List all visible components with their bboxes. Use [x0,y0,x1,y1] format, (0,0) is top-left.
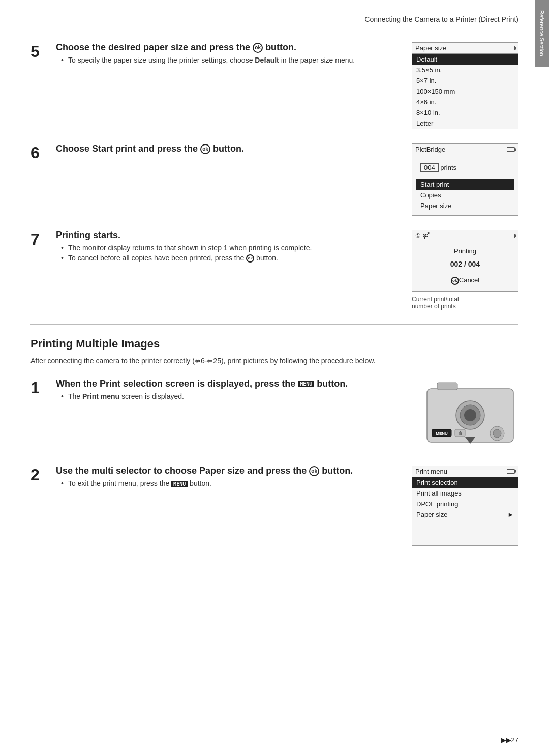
pm-step-2-content: 2 Use the multi selector to choose Paper… [30,466,400,489]
printing-label: Printing [416,247,514,255]
ok-button-icon-5: ok [253,43,263,53]
pictbridge-screen-title: PictBridge [415,146,445,153]
pictbridge-screen: PictBridge 004 prints Start print Copies… [412,143,518,216]
pm-step-1-bullet-1: The Print menu screen is displayed. [61,392,348,400]
section-5-number: 5 [30,43,51,60]
pm-step-1-content: 1 When the Print selection screen is dis… [30,379,410,402]
pictbridge-paper-size: Paper size [416,200,514,211]
section-7-number: 7 [30,231,51,247]
svg-text:🗑: 🗑 [458,431,463,436]
printing-progress-body: Printing 002 / 004 okCancel [412,241,518,291]
pm-step-2-bullet-1: To exit the print menu, press the MENU b… [61,479,353,487]
print-counter-note: Current print/totalnumber of prints [412,296,459,310]
section-5-content: 5 Choose the desired paper size and pres… [30,42,400,66]
print-menu-dpof: DPOF printing [412,499,518,509]
reference-section-tab: Reference Section [535,0,549,67]
battery-icon-5 [507,46,515,50]
pm-step-2-bullets: To exit the print menu, press the MENU b… [56,479,353,487]
svg-point-3 [464,409,476,421]
camera-diagram-svg: MENU 🗑 [422,379,518,450]
sidebar-label: Reference Section [539,10,545,56]
pm-step-1: 1 When the Print selection screen is dis… [30,379,518,451]
cancel-display: okCancel [416,276,514,285]
print-menu-screen-title: Print menu [415,468,447,475]
pictbridge-prints: 004 prints [416,159,514,175]
battery-icon-pm2 [507,469,515,474]
pm-step-2: 2 Use the multi selector to choose Paper… [30,466,518,546]
pm-step-2-number: 2 [30,467,51,483]
section-5-bullet-1: To specify the paper size using the prin… [61,56,355,64]
printing-progress-screen: ① ⚤ Printing 002 / 004 okCancel [412,230,518,292]
print-menu-screen: Print menu Print selection Print all ima… [412,466,518,546]
paper-size-3x5: 3.5×5 in. [412,65,518,75]
page-footer: ▶▶27 [501,736,518,744]
paper-size-screen: Paper size Default 3.5×5 in. 5×7 in. 100… [412,42,518,129]
section-7: 7 Printing starts. The monitor display r… [30,230,518,310]
section-5: 5 Choose the desired paper size and pres… [30,42,518,129]
pm-step-2-title: Use the multi selector to choose Paper s… [56,466,353,476]
print-progress-counter: 002 / 004 [446,259,484,269]
section-6-number: 6 [30,144,51,161]
section-7-bullet-1: The monitor display returns to that show… [61,244,312,252]
printing-icons: ① ⚤ [415,232,430,239]
paper-size-screen-title: Paper size [415,44,446,52]
battery-icon-7 [507,234,515,238]
svg-point-11 [493,429,501,438]
pm-step-1-number: 1 [30,380,51,396]
paper-size-4x6: 4×6 in. [412,97,518,107]
page-header: Connecting the Camera to a Printer (Dire… [30,15,518,30]
paper-size-default: Default [412,54,518,65]
camera-diagram-container: MENU 🗑 [422,379,518,451]
section-7-title: Printing starts. [56,230,312,241]
printing-progress-header: ① ⚤ [412,230,518,241]
ok-cancel-icon: ok [451,277,459,285]
ok-button-icon-7: ok [246,254,254,263]
paper-size-title-bar: Paper size [412,43,518,54]
paper-size-letter: Letter [412,118,518,129]
print-menu-paper-size: Paper size ► [412,509,518,520]
svg-rect-4 [437,383,458,390]
ok-button-icon-6: ok [200,144,210,154]
section-6-content: 6 Choose Start print and press the ok bu… [30,143,400,161]
svg-text:MENU: MENU [436,431,448,436]
print-menu-paper-size-arrow: ► [507,511,514,518]
pm-step-1-title: When the Print selection screen is displ… [56,379,348,389]
print-menu-print-all: Print all images [412,488,518,499]
section-7-content: 7 Printing starts. The monitor display r… [30,230,400,265]
print-menu-paper-size-label: Paper size [416,511,447,518]
pictbridge-start-print: Start print [416,179,514,190]
pm-step-1-bullets: The Print menu screen is displayed. [56,392,348,400]
ok-button-icon-pm2: ok [309,466,319,476]
paper-size-8x10: 8×10 in. [412,107,518,118]
header-title: Connecting the Camera to a Printer (Dire… [364,15,518,23]
section-5-title: Choose the desired paper size and press … [56,42,355,53]
printing-multiple-title: Printing Multiple Images [30,337,518,351]
print-count: 004 [420,163,439,172]
pictbridge-title-bar: PictBridge [412,144,518,155]
battery-icon-6 [507,147,515,152]
printing-multiple-section: Printing Multiple Images After connectin… [30,337,518,546]
section-7-right: ① ⚤ Printing 002 / 004 okCancel Current … [412,230,518,310]
menu-button-2: MENU [171,481,188,487]
section-6: 6 Choose Start print and press the ok bu… [30,143,518,216]
section-7-bullet-2: To cancel before all copies have been pr… [61,254,312,263]
pictbridge-copies: Copies [416,190,514,200]
print-menu-title-bar: Print menu [412,466,518,477]
print-menu-print-selection: Print selection [412,477,518,488]
menu-button-1: MENU [298,381,314,387]
printing-multiple-intro: After connecting the camera to the print… [30,356,518,366]
footer-icon: ▶▶27 [501,736,518,744]
paper-size-5x7: 5×7 in. [412,75,518,86]
paper-size-100x150: 100×150 mm [412,86,518,97]
section-6-title: Choose Start print and press the ok butt… [56,143,244,154]
pictbridge-body: 004 prints Start print Copies Paper size [412,155,518,215]
section-divider [30,324,518,325]
section-5-bullets: To specify the paper size using the prin… [56,56,355,64]
section-7-bullets: The monitor display returns to that show… [56,244,312,263]
